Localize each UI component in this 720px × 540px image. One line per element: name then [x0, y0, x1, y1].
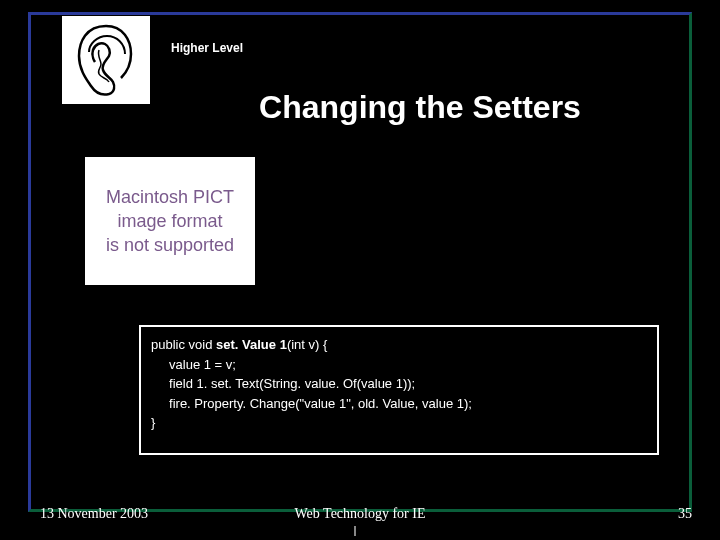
slide-title: Changing the Setters [31, 89, 689, 126]
code-box: public void set. Value 1(int v) { value … [139, 325, 659, 455]
code-l1-suffix: (int v) { [287, 337, 327, 352]
code-line-1: public void set. Value 1(int v) { [151, 335, 647, 355]
code-l1-prefix: public void [151, 337, 216, 352]
code-line-5: } [151, 413, 647, 433]
code-l1-bold: set. Value 1 [216, 337, 287, 352]
pict-line2: image format [117, 211, 222, 231]
ear-icon [71, 20, 141, 100]
pict-line1: Macintosh PICT [106, 187, 234, 207]
pict-placeholder: Macintosh PICT image format is not suppo… [85, 157, 255, 285]
footer-tick [354, 526, 356, 536]
slide-frame: Higher Level Changing the Setters Macint… [28, 12, 692, 512]
footer-center: Web Technology for IE [0, 506, 720, 522]
code-line-2: value 1 = v; [151, 355, 647, 375]
code-line-3: field 1. set. Text(String. value. Of(val… [151, 374, 647, 394]
footer-page-number: 35 [678, 506, 692, 522]
code-line-4: fire. Property. Change("value 1", old. V… [151, 394, 647, 414]
higher-level-label: Higher Level [171, 41, 243, 55]
pict-text: Macintosh PICT image format is not suppo… [106, 185, 234, 258]
pict-line3: is not supported [106, 235, 234, 255]
